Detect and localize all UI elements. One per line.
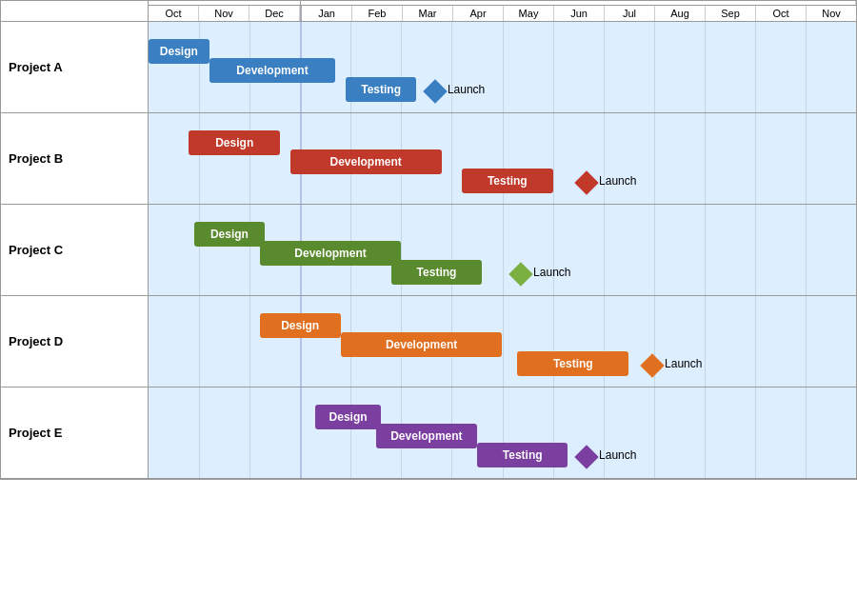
bar-projectd-development: Development	[341, 332, 503, 357]
month-sep-12	[755, 205, 756, 295]
month-cell-mar-5: Mar	[403, 6, 453, 21]
month-sep-13	[806, 113, 807, 204]
bar-projectb-development: Development	[290, 149, 442, 174]
month-cell-jan-3: Jan	[300, 6, 352, 21]
gantt-body: Project ADesignDevelopmentTestingLaunchP…	[1, 22, 856, 479]
project-name-2: Project B	[1, 113, 149, 204]
launch-label-projecta: Launch	[448, 83, 485, 96]
project-row-2: Project BDesignDevelopmentTestingLaunch	[1, 113, 856, 205]
month-sep-2	[249, 387, 250, 478]
month-sep-6	[451, 22, 452, 112]
gantt-chart: OctNovDecJanFebMarAprMayJunJulAugSepOctN…	[0, 0, 857, 480]
project-timeline-2: DesignDevelopmentTestingLaunch	[149, 113, 856, 204]
month-sep-12	[755, 113, 756, 204]
month-cell-may-7: May	[504, 6, 554, 21]
month-sep-4	[350, 387, 351, 478]
month-sep-1	[199, 113, 200, 204]
month-cell-nov-1: Nov	[199, 6, 249, 21]
bar-projecta-design: Design	[149, 39, 209, 64]
month-sep-1	[199, 205, 200, 295]
launch-label-projectb: Launch	[599, 174, 636, 188]
month-sep-7	[503, 296, 504, 387]
month-cell-oct-12: Oct	[756, 6, 807, 21]
month-sep-1	[199, 22, 200, 112]
month-sep-10	[654, 205, 655, 295]
month-sep-11	[705, 205, 706, 295]
project-name-4: Project D	[1, 296, 149, 387]
project-timeline-1: DesignDevelopmentTestingLaunch	[149, 22, 856, 112]
month-sep-12	[755, 387, 756, 478]
month-sep-2	[249, 205, 250, 295]
month-sep-12	[755, 22, 756, 112]
diamond-icon	[423, 79, 447, 103]
month-cell-apr-6: Apr	[453, 6, 504, 21]
project-row-5: Project EDesignDevelopmentTestingLaunch	[1, 387, 856, 479]
month-sep-1	[199, 387, 200, 478]
month-sep-11	[705, 22, 706, 112]
bar-projectd-design: Design	[260, 313, 341, 338]
month-sep-7	[503, 22, 504, 112]
month-sep-9	[604, 22, 605, 112]
project-timeline-5: DesignDevelopmentTestingLaunch	[149, 387, 856, 478]
month-cell-aug-10: Aug	[655, 6, 706, 21]
diamond-icon	[574, 445, 598, 468]
month-sep-2	[249, 296, 250, 387]
month-sep-9	[604, 387, 605, 478]
project-col-header	[1, 1, 149, 21]
month-sep-2	[249, 113, 250, 204]
project-timeline-4: DesignDevelopmentTestingLaunch	[149, 296, 856, 387]
month-sep-13	[806, 205, 807, 295]
month-sep-9	[604, 113, 605, 204]
month-cell-feb-4: Feb	[352, 6, 403, 21]
month-sep-11	[705, 296, 706, 387]
bar-projectb-testing: Testing	[462, 169, 553, 193]
month-cell-sep-11: Sep	[706, 6, 756, 21]
project-name-5: Project E	[1, 387, 149, 478]
month-sep-10	[654, 113, 655, 204]
month-cell-jun-8: Jun	[554, 6, 605, 21]
project-name-1: Project A	[1, 22, 149, 112]
bar-projecte-design: Design	[315, 405, 381, 429]
project-timeline-3: DesignDevelopmentTestingLaunch	[149, 205, 856, 295]
month-sep-7	[503, 205, 504, 295]
month-sep-1	[199, 296, 200, 387]
month-sep-8	[553, 205, 554, 295]
month-sep-3	[300, 387, 302, 478]
bar-projecta-development: Development	[209, 58, 336, 83]
month-sep-8	[553, 22, 554, 112]
bar-projectc-development: Development	[260, 241, 402, 266]
month-sep-8	[553, 113, 554, 204]
diamond-icon	[574, 170, 598, 194]
month-sep-13	[806, 296, 807, 387]
month-sep-10	[654, 22, 655, 112]
month-sep-12	[755, 296, 756, 387]
diamond-icon	[508, 262, 532, 286]
y2-header	[301, 1, 856, 5]
month-cell-oct-0: Oct	[149, 6, 199, 21]
month-cell-jul-9: Jul	[605, 6, 655, 21]
month-sep-13	[806, 22, 807, 112]
launch-label-projectc: Launch	[533, 266, 570, 279]
project-row-4: Project DDesignDevelopmentTestingLaunch	[1, 296, 856, 387]
month-sep-6	[451, 113, 452, 204]
header: OctNovDecJanFebMarAprMayJunJulAugSepOctN…	[1, 1, 856, 22]
launch-label-projectd: Launch	[665, 357, 702, 370]
year-headers: OctNovDecJanFebMarAprMayJunJulAugSepOctN…	[149, 1, 856, 21]
project-row-1: Project ADesignDevelopmentTestingLaunch	[1, 22, 856, 113]
month-sep-11	[705, 113, 706, 204]
month-sep-11	[705, 387, 706, 478]
month-row: OctNovDecJanFebMarAprMayJunJulAugSepOctN…	[149, 6, 856, 21]
diamond-icon	[640, 353, 664, 377]
month-sep-13	[806, 387, 807, 478]
bar-projecte-testing: Testing	[477, 443, 568, 467]
bar-projectb-design: Design	[189, 130, 280, 155]
bar-projectc-design: Design	[194, 222, 265, 247]
bar-projectd-testing: Testing	[517, 351, 628, 376]
y1-header	[149, 1, 301, 5]
month-sep-9	[604, 205, 605, 295]
bar-projecte-development: Development	[376, 424, 477, 448]
launch-label-projecte: Launch	[599, 448, 636, 462]
project-row-3: Project CDesignDevelopmentTestingLaunch	[1, 205, 856, 296]
project-name-3: Project C	[1, 205, 149, 295]
month-sep-3	[300, 296, 302, 387]
